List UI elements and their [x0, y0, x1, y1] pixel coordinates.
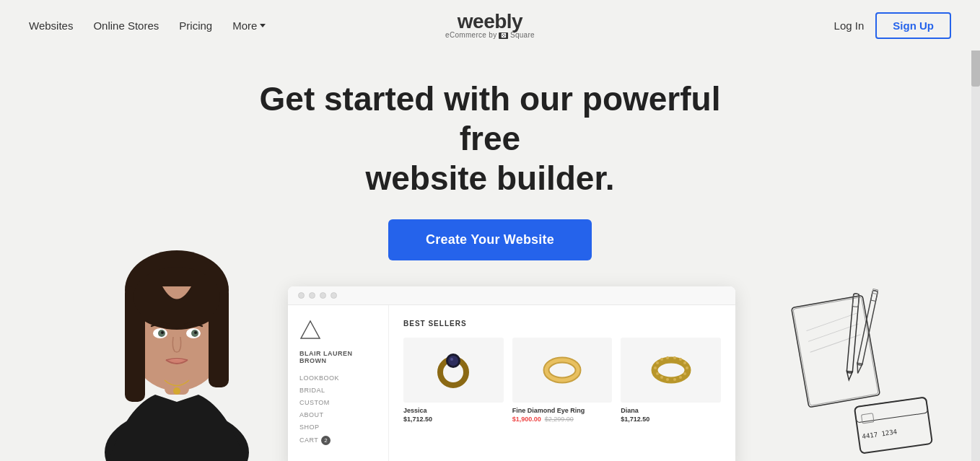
svg-point-21 [655, 360, 688, 380]
signup-button[interactable]: Sign Up [875, 12, 951, 39]
product-name-diana: Diana [621, 407, 721, 414]
svg-point-33 [666, 378, 669, 381]
price-original-diamond: $2,299.00 [545, 416, 574, 423]
nav-right: Log In Sign Up [834, 12, 951, 39]
dot-1 [298, 292, 305, 299]
product-img-jessica [403, 338, 504, 403]
product-price-jessica: $1,712.50 [403, 416, 504, 423]
card-sidebar: BLAIR LAUREN BROWN LOOKBOOK BRIDAL CUSTO… [288, 305, 389, 461]
svg-point-27 [679, 358, 682, 361]
person-photo [94, 185, 260, 461]
svg-point-35 [656, 372, 659, 375]
logo-wordmark: weebly [458, 12, 522, 32]
nav-online-stores[interactable]: Online Stores [93, 19, 159, 32]
svg-rect-36 [792, 295, 880, 407]
nav-lookbook[interactable]: LOOKBOOK [299, 374, 377, 382]
brand-name: BLAIR LAUREN BROWN [299, 350, 377, 364]
card-main: BEST SELLERS Jes [389, 305, 735, 461]
product-price-diana: $1,712.50 [621, 416, 721, 423]
preview-card: BLAIR LAUREN BROWN LOOKBOOK BRIDAL CUSTO… [288, 286, 735, 461]
svg-point-32 [673, 378, 676, 381]
product-price-diamond: $1,900.00 $2,299.00 [512, 416, 613, 423]
svg-rect-44 [857, 290, 878, 365]
svg-point-30 [683, 372, 686, 375]
hero-headline: Get started with our powerful free websi… [230, 79, 750, 199]
login-link[interactable]: Log In [834, 19, 865, 32]
nav-shop[interactable]: SHOP [299, 423, 377, 431]
nav-custom[interactable]: CUSTOM [299, 399, 377, 406]
svg-point-29 [686, 366, 688, 369]
svg-point-17 [448, 356, 458, 366]
price-jessica: $1,712.50 [403, 416, 432, 423]
chevron-down-icon [260, 24, 266, 27]
square-logo: ⊠ [499, 32, 508, 39]
nav-bridal[interactable]: BRIDAL [299, 387, 377, 394]
svg-line-39 [807, 323, 860, 341]
nav-more[interactable]: More [232, 19, 266, 32]
card-body: BLAIR LAUREN BROWN LOOKBOOK BRIDAL CUSTO… [288, 305, 735, 461]
nav-about[interactable]: ABOUT [299, 411, 377, 418]
price-sale-diamond: $1,900.00 [512, 416, 541, 423]
svg-point-23 [656, 361, 659, 364]
product-diana: Diana $1,712.50 [621, 338, 721, 423]
svg-rect-46 [871, 290, 878, 301]
best-sellers-label: BEST SELLERS [403, 320, 721, 328]
product-name-jessica: Jessica [403, 407, 504, 414]
cta-button[interactable]: Create Your Website [388, 219, 592, 260]
svg-point-24 [660, 358, 663, 361]
svg-point-34 [660, 376, 663, 379]
cart-label: CART [299, 436, 318, 444]
svg-rect-49 [854, 397, 928, 423]
svg-point-11 [161, 331, 164, 334]
svg-point-31 [679, 376, 682, 379]
header: Websites Online Stores Pricing More weeb… [0, 0, 980, 51]
svg-point-18 [450, 358, 453, 361]
dot-4 [331, 292, 337, 299]
price-diana: $1,712.50 [621, 416, 649, 423]
svg-point-28 [683, 361, 686, 364]
logo-subtext: eCommerce by ⊠ Square [445, 32, 535, 39]
content-area: BLAIR LAUREN BROWN LOOKBOOK BRIDAL CUSTO… [0, 286, 980, 461]
product-jessica: Jessica $1,712.50 [403, 338, 504, 423]
product-diamond: Fine Diamond Eye Ring $1,900.00 $2,299.0… [512, 338, 613, 423]
person-svg [94, 185, 260, 461]
product-img-diana [621, 338, 721, 403]
nav-pricing[interactable]: Pricing [179, 19, 212, 32]
product-img-diamond [512, 338, 613, 403]
svg-point-12 [194, 331, 197, 334]
logo[interactable]: weebly eCommerce by ⊠ Square [445, 12, 535, 39]
brand-logo-icon [299, 320, 377, 343]
svg-text:4417  1234: 4417 1234 [862, 428, 898, 440]
svg-point-22 [654, 366, 657, 369]
svg-point-26 [673, 356, 676, 359]
cart-badge: 2 [321, 436, 331, 445]
nav-left: Websites Online Stores Pricing More [29, 19, 266, 32]
cart-row[interactable]: CART 2 [299, 436, 377, 445]
dot-2 [309, 292, 315, 299]
dot-3 [320, 292, 326, 299]
svg-point-25 [666, 356, 669, 359]
svg-point-13 [173, 387, 180, 395]
right-illustration: 4417 1234 [778, 286, 937, 461]
svg-marker-14 [301, 321, 320, 338]
nav-websites[interactable]: Websites [29, 19, 73, 32]
card-topbar [288, 286, 735, 305]
product-name-diamond: Fine Diamond Eye Ring [512, 407, 613, 414]
products-grid: Jessica $1,712.50 [403, 338, 721, 423]
